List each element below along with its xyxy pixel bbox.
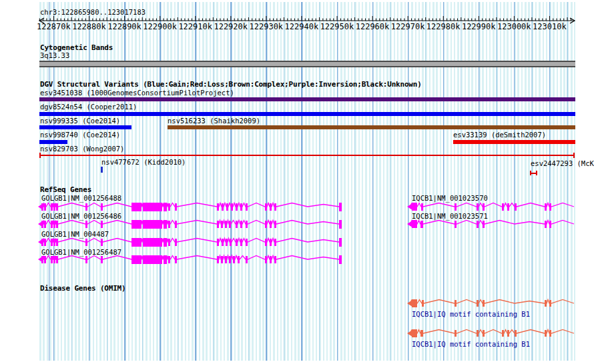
gene-model-iqcb1-iq-motif-containing-b1[interactable] <box>401 296 580 311</box>
exon-block <box>168 239 170 246</box>
variant-nsv829703-end-left <box>39 153 41 158</box>
exon-block <box>412 220 417 228</box>
variant-label-dgv8524n54: dgv8524n54 (Cooper2011) <box>40 103 137 111</box>
exon-block <box>101 239 103 246</box>
exon-block <box>101 221 103 228</box>
exon-block <box>246 203 248 211</box>
variant-esv2447293-end-left <box>530 171 531 175</box>
exon-block <box>131 255 141 264</box>
exon-block <box>131 203 141 211</box>
exon-block <box>230 239 232 246</box>
variant-nsv999335[interactable] <box>39 125 131 129</box>
exon-block <box>483 300 485 307</box>
exon-block <box>274 203 276 211</box>
exon-block <box>143 238 162 247</box>
exon-block <box>545 330 547 337</box>
exon-block <box>420 221 423 228</box>
variant-nsv516233[interactable] <box>168 125 575 129</box>
exon-block <box>515 203 517 211</box>
exon-block <box>246 256 248 263</box>
exon-block <box>131 220 141 229</box>
variant-label-esv2447293: esv2447293 (McKe <box>531 160 594 167</box>
exon-block <box>229 256 231 263</box>
gene-label-golgb1-nm-001256487: GOLGB1|NM_001256487 <box>41 249 121 256</box>
exon-block <box>265 256 267 263</box>
exon-block <box>420 330 423 337</box>
exon-block <box>85 256 87 263</box>
exon-block <box>53 256 55 263</box>
exon-block <box>229 221 231 228</box>
gene-direction-arrow-icon <box>407 331 412 337</box>
genome-browser-view: chr3:122865980..123017183 122870k122880k… <box>0 0 594 364</box>
exon-block <box>53 203 55 211</box>
exon-block <box>455 221 457 228</box>
gene-label-iqcb1-nm-001023571: IQCB1|NM_001023571 <box>412 213 488 220</box>
exon-block <box>44 256 46 263</box>
variant-dgv8524n54[interactable] <box>39 112 575 116</box>
exon-block <box>44 221 46 228</box>
exon-block <box>56 221 58 228</box>
gene-label-golgb1-nm-001256488: GOLGB1|NM_001256488 <box>41 195 121 202</box>
exon-block <box>168 203 170 211</box>
variant-label-nsv829703: nsv829703 (Wong2007) <box>40 145 124 153</box>
exon-block <box>168 256 170 263</box>
exon-block <box>236 203 238 211</box>
exon-block <box>51 239 53 246</box>
exon-block <box>175 203 177 211</box>
exon-block <box>246 221 248 228</box>
exon-block <box>240 239 242 246</box>
variant-label-nsv516233: nsv516233 (Shaikh2009) <box>168 117 260 125</box>
exon-block <box>221 256 223 263</box>
exon-block <box>225 221 227 228</box>
exon-block <box>51 256 53 263</box>
exon-block <box>226 203 228 211</box>
variant-esv33139[interactable] <box>453 140 575 144</box>
variant-nsv477672[interactable] <box>101 167 103 173</box>
gene-direction-arrow-icon <box>407 221 412 227</box>
exon-block <box>233 256 235 263</box>
exon-block <box>265 239 267 246</box>
exon-block <box>222 203 224 211</box>
exon-block <box>545 300 547 307</box>
exon-block <box>455 203 457 211</box>
exon-block <box>175 221 177 228</box>
exon-block <box>483 330 485 337</box>
exon-block <box>240 221 242 228</box>
exon-block <box>143 203 162 211</box>
exon-block <box>477 300 479 307</box>
exon-block <box>85 203 87 211</box>
exon-block <box>265 203 267 211</box>
exon-block <box>455 300 457 307</box>
gene-label-iqcb1-iq-motif-containing-b1: IQCB1|IQ motif containing B1 <box>412 341 530 348</box>
gene-model-iqcb1-iq-motif-containing-b1[interactable] <box>401 326 580 341</box>
gene-label-iqcb1-nm-001023570: IQCB1|NM_001023570 <box>412 195 488 202</box>
variant-nsv998740[interactable] <box>39 140 67 144</box>
exon-block <box>41 221 43 228</box>
exon-block <box>339 220 342 229</box>
exon-block <box>175 239 177 246</box>
exon-block <box>339 255 342 264</box>
exon-block <box>274 256 276 263</box>
variant-label-esv33139: esv33139 (deSmith2007) <box>453 131 546 139</box>
variant-nsv829703[interactable] <box>39 155 575 156</box>
exon-block <box>545 203 547 211</box>
exon-block <box>226 239 228 246</box>
exon-block <box>240 203 242 211</box>
exon-block <box>44 239 46 246</box>
exon-block <box>85 221 87 228</box>
exon-block <box>231 203 233 211</box>
exon-block <box>217 256 219 263</box>
exon-block <box>221 221 223 228</box>
exon-block <box>168 221 170 228</box>
gene-label-golgb1-nm-004487: GOLGB1|NM_004487 <box>41 231 109 238</box>
exon-block <box>549 221 551 228</box>
exon-block <box>455 330 457 337</box>
variant-label-nsv998740: nsv998740 (Coe2014) <box>40 131 120 139</box>
exon-block <box>545 221 547 228</box>
variant-esv3451038[interactable] <box>39 97 575 101</box>
exon-block <box>51 221 53 228</box>
exon-block <box>422 300 424 307</box>
exon-block <box>549 203 551 211</box>
exon-block <box>44 203 46 211</box>
exon-block <box>412 203 417 211</box>
